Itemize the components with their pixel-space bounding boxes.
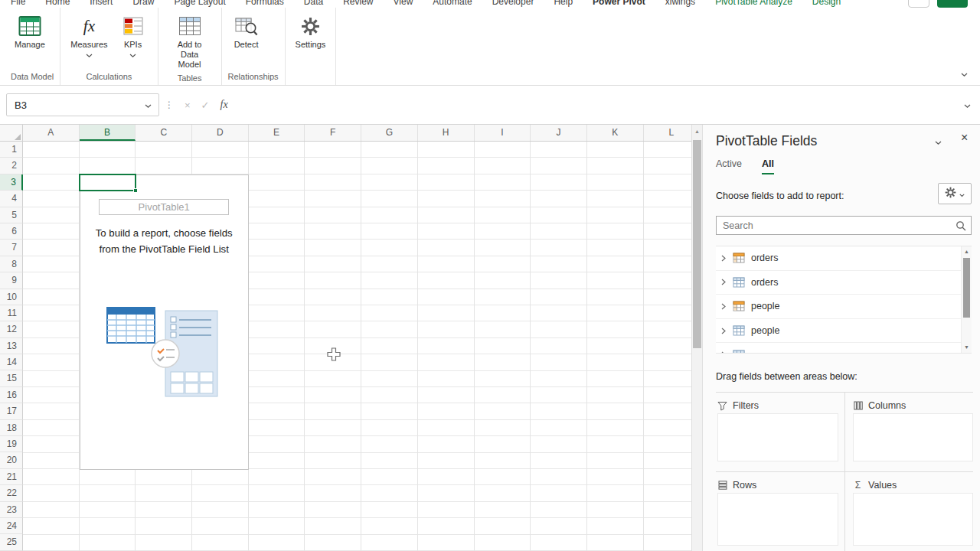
column-header-d[interactable]: D (192, 125, 249, 141)
row-header-4[interactable]: 4 (0, 191, 23, 207)
ribbon-tab-review[interactable]: Review (343, 0, 373, 7)
row-header-12[interactable]: 12 (0, 321, 23, 337)
ribbon-button-measures[interactable]: fxMeasures (67, 11, 111, 61)
pane-tab-all[interactable]: All (762, 158, 774, 174)
insert-function-icon[interactable]: fx (220, 99, 228, 111)
enter-icon[interactable]: ✓ (201, 99, 210, 111)
row-header-15[interactable]: 15 (0, 370, 23, 386)
ribbon-button-add-to-data-model[interactable]: Add to Data Model (165, 11, 215, 73)
comments-button[interactable] (908, 0, 929, 8)
scrollbar-thumb[interactable] (693, 140, 701, 348)
fields-options-button[interactable] (938, 183, 972, 204)
share-button[interactable] (937, 0, 968, 8)
ribbon-tab-data[interactable]: Data (304, 0, 323, 7)
search-input[interactable] (717, 220, 956, 231)
field-item-orders-1[interactable]: orders (716, 271, 972, 295)
row-header-11[interactable]: 11 (0, 305, 23, 321)
expand-chevron-icon[interactable] (720, 255, 727, 262)
ribbon-tab-automate[interactable]: Automate (433, 0, 472, 7)
expand-chevron-icon[interactable] (720, 303, 727, 310)
choose-fields-label: Choose fields to add to report: (716, 191, 844, 201)
expand-chevron-icon[interactable] (720, 279, 727, 285)
area-columns-dropzone[interactable] (853, 413, 973, 461)
row-header-23[interactable]: 23 (0, 502, 23, 518)
ribbon-tab-power-pivot[interactable]: Power Pivot (593, 0, 645, 7)
cancel-icon[interactable]: × (185, 99, 191, 111)
scrollbar-thumb[interactable] (963, 258, 970, 318)
ribbon-tab-pivottable-analyze[interactable]: PivotTable Analyze (715, 0, 792, 7)
row-header-16[interactable]: 16 (0, 387, 23, 403)
row-header-13[interactable]: 13 (0, 338, 23, 354)
select-all-corner[interactable] (0, 125, 23, 142)
ribbon-tab-developer[interactable]: Developer (492, 0, 534, 7)
pane-close-icon[interactable]: × (961, 131, 968, 145)
formula-input[interactable] (234, 94, 964, 116)
column-header-k[interactable]: K (587, 125, 644, 141)
row-header-9[interactable]: 9 (0, 272, 23, 289)
collapse-ribbon-icon[interactable] (961, 67, 968, 80)
grid-vertical-scrollbar[interactable]: ▲ (691, 125, 702, 551)
column-header-b[interactable]: B (80, 125, 136, 141)
pane-tab-active[interactable]: Active (716, 158, 742, 174)
ribbon-tab-page-layout[interactable]: Page Layout (174, 0, 225, 7)
scroll-up-icon[interactable]: ▲ (692, 125, 702, 139)
column-header-c[interactable]: C (136, 125, 192, 141)
scroll-up-icon[interactable]: ▲ (962, 246, 972, 257)
column-header-a[interactable]: A (23, 125, 80, 141)
formula-bar-expand-icon[interactable] (964, 98, 971, 112)
scroll-down-icon[interactable]: ▼ (962, 342, 972, 353)
ribbon-button-kpis[interactable]: KPIs (115, 11, 152, 61)
column-header-f[interactable]: F (305, 125, 361, 141)
ribbon-tab-draw[interactable]: Draw (132, 0, 154, 7)
name-box[interactable]: B3 (6, 93, 159, 116)
row-header-24[interactable]: 24 (0, 518, 23, 534)
row-header-21[interactable]: 21 (0, 469, 23, 485)
ribbon-tab-xlwings[interactable]: xlwings (665, 0, 695, 7)
ribbon-tab-file[interactable]: File (11, 0, 25, 7)
column-header-e[interactable]: E (249, 125, 305, 141)
ribbon-tab-help[interactable]: Help (554, 0, 573, 7)
row-header-25[interactable]: 25 (0, 534, 23, 550)
field-item-orders-0[interactable]: orders (716, 246, 972, 271)
ribbon-button-detect[interactable]: Detect (228, 11, 265, 53)
row-header-17[interactable]: 17 (0, 403, 23, 419)
ribbon-tab-design[interactable]: Design (812, 0, 841, 7)
field-item-people-2[interactable]: people (716, 295, 972, 319)
expand-chevron-icon[interactable] (720, 351, 727, 354)
ribbon-button-settings[interactable]: Settings (292, 11, 330, 53)
row-header-19[interactable]: 19 (0, 436, 23, 452)
ribbon-tab-view[interactable]: View (394, 0, 413, 7)
row-header-6[interactable]: 6 (0, 223, 23, 240)
field-list-scrollbar[interactable]: ▲ ▼ (961, 246, 972, 353)
pane-options-chevron-icon[interactable] (935, 137, 942, 148)
row-header-10[interactable]: 10 (0, 289, 23, 305)
row-header-22[interactable]: 22 (0, 485, 23, 501)
row-header-18[interactable]: 18 (0, 420, 23, 436)
name-box-dropdown-icon[interactable] (145, 99, 152, 111)
ribbon-tab-formulas[interactable]: Formulas (246, 0, 284, 7)
area-rows-dropzone[interactable] (717, 493, 838, 546)
expand-chevron-icon[interactable] (720, 328, 727, 334)
column-header-j[interactable]: J (531, 125, 587, 141)
fill-handle[interactable] (133, 188, 138, 193)
row-header-7[interactable]: 7 (0, 240, 23, 256)
row-header-14[interactable]: 14 (0, 354, 23, 370)
field-item-partial[interactable] (716, 343, 972, 354)
row-header-5[interactable]: 5 (0, 207, 23, 223)
ribbon-tab-insert[interactable]: Insert (90, 0, 113, 7)
row-header-2[interactable]: 2 (0, 158, 23, 174)
worksheet-grid[interactable]: ABCDEFGHIJKL 123456789101112131415161718… (0, 125, 702, 551)
field-item-people-3[interactable]: people (716, 319, 972, 344)
row-header-1[interactable]: 1 (0, 142, 23, 158)
area-values-dropzone[interactable] (853, 493, 973, 546)
column-header-h[interactable]: H (418, 125, 475, 141)
column-header-g[interactable]: G (361, 125, 418, 141)
column-header-i[interactable]: I (475, 125, 531, 141)
search-box[interactable] (716, 216, 972, 235)
row-header-20[interactable]: 20 (0, 452, 23, 468)
row-header-8[interactable]: 8 (0, 256, 23, 272)
ribbon-button-manage[interactable]: Manage (11, 11, 49, 53)
row-header-3[interactable]: 3 (0, 174, 23, 191)
area-filters-dropzone[interactable] (717, 413, 838, 461)
ribbon-tab-home[interactable]: Home (45, 0, 70, 7)
